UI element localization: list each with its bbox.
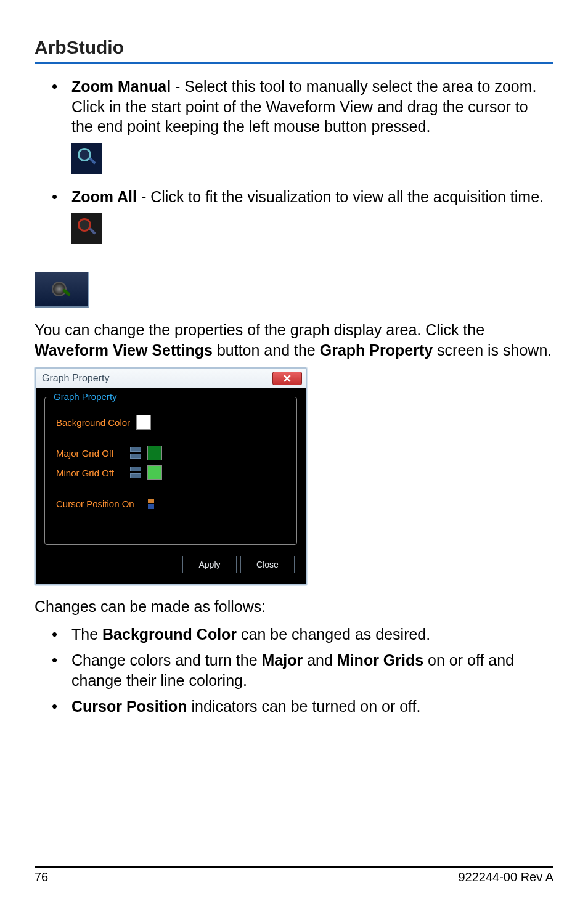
major-grid-label: Major Grid Off: [56, 448, 118, 459]
fieldset-legend: Graph Property: [51, 391, 120, 402]
close-icon: [284, 375, 291, 382]
waveform-view-settings-icon: [35, 272, 89, 308]
list-item: Zoom All - Click to fit the visualizatio…: [35, 187, 553, 248]
zoom-manual-icon: [71, 143, 102, 174]
background-color-swatch[interactable]: [136, 415, 151, 430]
graph-property-paragraph: You can change the properties of the gra…: [35, 320, 553, 360]
close-button[interactable]: Close: [240, 556, 295, 573]
zoom-manual-label: Zoom Manual: [71, 78, 171, 95]
minor-grid-label: Minor Grid Off: [56, 468, 118, 478]
cursor-position-label: Cursor Position On: [56, 499, 134, 509]
revision-label: 922244-00 Rev A: [458, 870, 553, 884]
zoom-all-label: Zoom All: [71, 188, 137, 205]
changes-intro: Changes can be made as follows:: [35, 597, 553, 617]
page-title: ArbStudio: [35, 37, 553, 58]
dialog-titlebar: Graph Property: [36, 369, 306, 388]
zoom-all-icon: [71, 213, 102, 244]
graph-property-fieldset: Graph Property Background Color Major Gr…: [44, 397, 297, 545]
list-item: The Background Color can be changed as d…: [35, 624, 553, 645]
minor-grid-color-swatch[interactable]: [147, 465, 162, 480]
footer-rule: [35, 866, 553, 868]
apply-button[interactable]: Apply: [182, 556, 237, 573]
background-color-label: Background Color: [56, 417, 130, 428]
list-item: Zoom Manual - Select this tool to manual…: [35, 76, 553, 178]
list-item: Cursor Position indicators can be turned…: [35, 696, 553, 717]
cursor-position-toggle[interactable]: [147, 497, 157, 510]
minor-grid-toggle[interactable]: [130, 467, 141, 479]
list-item: Change colors and turn the Major and Min…: [35, 650, 553, 690]
dialog-title: Graph Property: [42, 373, 272, 384]
header-rule: [35, 62, 553, 64]
graph-property-dialog: Graph Property Graph Property Background…: [35, 367, 307, 585]
zoom-all-desc: - Click to fit the visualization to view…: [137, 188, 544, 205]
major-grid-color-swatch[interactable]: [147, 446, 162, 460]
page-number: 76: [35, 870, 48, 884]
dialog-close-button[interactable]: [272, 372, 302, 385]
major-grid-toggle[interactable]: [130, 447, 141, 459]
